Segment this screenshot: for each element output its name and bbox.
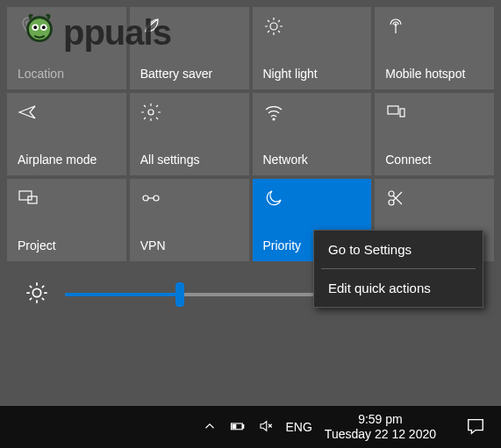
vpn-icon	[140, 188, 239, 209]
svg-rect-11	[400, 109, 404, 117]
tile-all-settings[interactable]: All settings	[130, 93, 249, 175]
watermark-text: ppuals	[63, 13, 171, 53]
tile-label: Project	[18, 238, 116, 252]
tile-label: Location	[18, 67, 116, 81]
tray-overflow-icon[interactable]	[202, 418, 218, 437]
brightness-icon	[25, 281, 49, 309]
tile-mobile-hotspot[interactable]: Mobile hotspot	[375, 7, 494, 89]
action-center-button[interactable]	[459, 416, 492, 438]
svg-rect-21	[233, 424, 236, 428]
connect-icon	[385, 102, 483, 123]
project-icon	[18, 188, 116, 209]
tile-project[interactable]: Project	[7, 179, 126, 261]
tile-label: Network	[263, 153, 361, 167]
watermark-logo: ppuals	[19, 12, 171, 53]
svg-point-7	[395, 24, 397, 25]
clock-time: 9:59 pm	[325, 412, 436, 428]
tile-airplane-mode[interactable]: Airplane mode	[7, 93, 126, 175]
svg-point-3	[33, 25, 37, 29]
tile-night-light[interactable]: Night light	[253, 7, 372, 89]
svg-rect-12	[19, 191, 32, 200]
svg-point-9	[273, 118, 275, 120]
brightness-fill	[65, 293, 180, 296]
airplane-icon	[18, 102, 116, 123]
svg-point-4	[42, 25, 46, 29]
svg-point-8	[148, 110, 154, 115]
tile-connect[interactable]: Connect	[375, 93, 494, 175]
svg-point-18	[32, 288, 40, 296]
menu-edit-quick-actions[interactable]: Edit quick actions	[314, 269, 483, 307]
mascot-icon	[19, 12, 60, 53]
gear-icon	[140, 102, 239, 123]
tile-label: Night light	[263, 67, 361, 81]
tile-label: Airplane mode	[18, 153, 116, 167]
wifi-icon	[263, 102, 361, 123]
tile-label: Connect	[385, 153, 483, 167]
brightness-thumb[interactable]	[175, 282, 184, 307]
tile-label: Battery saver	[140, 67, 239, 81]
taskbar-clock[interactable]: 9:59 pm Tuesday 22 12 2020	[325, 412, 436, 443]
action-center-panel: Location Battery saver Night light Mobil…	[0, 0, 501, 406]
svg-point-15	[154, 196, 159, 201]
svg-rect-20	[242, 424, 244, 428]
moon-icon	[263, 188, 361, 209]
battery-icon[interactable]	[230, 418, 246, 437]
volume-muted-icon[interactable]	[258, 418, 274, 437]
tile-label: Mobile hotspot	[385, 67, 483, 81]
tile-network[interactable]: Network	[253, 93, 372, 175]
tile-vpn[interactable]: VPN	[130, 179, 249, 261]
clock-date: Tuesday 22 12 2020	[325, 427, 436, 443]
tile-context-menu: Go to Settings Edit quick actions	[313, 230, 483, 308]
tile-label: All settings	[140, 153, 239, 167]
antenna-icon	[385, 16, 483, 37]
svg-rect-10	[388, 106, 398, 114]
snip-icon	[385, 188, 483, 209]
sun-icon	[263, 16, 361, 37]
svg-point-6	[270, 23, 277, 30]
svg-point-14	[143, 196, 148, 201]
language-indicator[interactable]: ENG	[286, 420, 312, 434]
tile-label: VPN	[140, 238, 239, 252]
menu-go-to-settings[interactable]: Go to Settings	[314, 231, 483, 268]
taskbar: ENG 9:59 pm Tuesday 22 12 2020	[0, 406, 501, 448]
system-tray: ENG 9:59 pm Tuesday 22 12 2020	[202, 412, 492, 443]
